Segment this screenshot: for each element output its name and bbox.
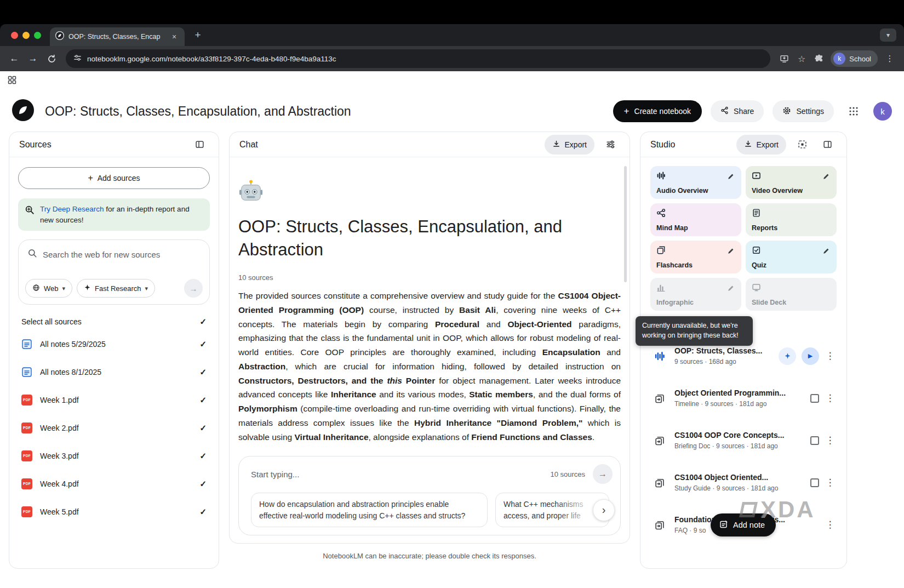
collapse-studio-panel-icon[interactable]	[818, 135, 837, 154]
reports-card[interactable]: Reports	[746, 203, 837, 236]
item-menu-kebab-icon[interactable]: ⋮	[825, 477, 836, 488]
studio-frame-icon[interactable]	[793, 135, 811, 154]
select-all-row[interactable]: Select all sources ✓	[18, 317, 210, 327]
new-tab-button[interactable]: +	[190, 27, 205, 43]
send-button[interactable]: →	[593, 464, 613, 484]
edit-pencil-icon[interactable]	[819, 169, 834, 184]
studio-item[interactable]: CS1004 OOP Core Concepts... Briefing Doc…	[650, 419, 837, 461]
collapse-sources-panel-icon[interactable]	[190, 135, 209, 154]
chat-scrollbar[interactable]	[624, 166, 627, 282]
source-checkbox[interactable]: ✓	[199, 507, 207, 517]
source-row[interactable]: All notes 8/1/2025 ✓	[18, 358, 210, 386]
chat-doc-title: OOP: Structs, Classes, Encapsulation, an…	[238, 215, 621, 261]
search-submit-button[interactable]: →	[184, 279, 203, 298]
studio-panel-title: Studio	[650, 140, 675, 150]
interactive-mode-icon[interactable]	[779, 347, 796, 365]
edit-pencil-icon[interactable]	[819, 243, 834, 259]
item-menu-kebab-icon[interactable]: ⋮	[825, 435, 836, 446]
chat-summary: The provided sources constitute a compre…	[238, 289, 621, 444]
create-notebook-button[interactable]: + Create notebook	[613, 100, 702, 122]
extensions-puzzle-icon[interactable]	[811, 50, 827, 67]
bookmark-star-icon[interactable]: ☆	[793, 50, 810, 67]
minimize-window-button[interactable]	[22, 32, 30, 39]
audio-overview-card[interactable]: Audio Overview	[650, 166, 741, 199]
edit-pencil-icon[interactable]	[723, 281, 739, 296]
share-icon	[720, 106, 729, 116]
item-checkbox[interactable]	[810, 478, 819, 487]
add-sources-button[interactable]: + Add sources	[18, 167, 210, 189]
item-menu-kebab-icon[interactable]: ⋮	[825, 519, 836, 530]
studio-item[interactable]: Object Oriented Programmin... Timeline ·…	[650, 377, 837, 419]
url-bar[interactable]: notebooklm.google.com/notebook/a33f8129-…	[66, 49, 770, 68]
item-checkbox[interactable]	[810, 394, 819, 403]
select-all-checkbox[interactable]: ✓	[199, 317, 207, 327]
reload-button[interactable]	[43, 50, 60, 67]
artifact-icon	[651, 477, 668, 488]
studio-item-meta: 9 sources · 168d ago	[674, 358, 772, 366]
item-menu-kebab-icon[interactable]: ⋮	[825, 392, 836, 404]
play-audio-button[interactable]: ▶	[802, 347, 819, 365]
tab-close-icon[interactable]: ×	[169, 32, 179, 42]
flashcards-card[interactable]: Flashcards	[650, 241, 741, 273]
item-checkbox[interactable]	[810, 436, 819, 445]
source-checkbox[interactable]: ✓	[199, 395, 207, 405]
suggestion-chip[interactable]: How do encapsulation and abstraction pri…	[251, 493, 488, 527]
xda-logo-mark	[739, 502, 758, 517]
item-menu-kebab-icon[interactable]: ⋮	[825, 350, 836, 362]
zoom-window-button[interactable]	[34, 32, 41, 39]
chat-settings-icon[interactable]	[601, 135, 620, 154]
source-checkbox[interactable]: ✓	[199, 367, 207, 377]
pdf-icon: PDF	[21, 450, 32, 461]
notebooks-grid-icon[interactable]	[8, 76, 16, 87]
edit-pencil-icon[interactable]	[723, 169, 739, 184]
deep-research-link[interactable]: Try Deep Research	[40, 205, 104, 213]
chat-input-card: 10 sources → How do encapsulation and ab…	[238, 456, 621, 535]
quiz-card[interactable]: Quiz	[746, 241, 837, 273]
chat-input[interactable]	[251, 470, 542, 479]
slide-deck-card[interactable]: Slide Deck	[746, 278, 837, 311]
forward-button[interactable]: →	[24, 50, 42, 67]
account-avatar[interactable]: k	[873, 102, 892, 121]
studio-export-button[interactable]: Export	[736, 135, 786, 155]
web-filter-dropdown[interactable]: Web ▾	[25, 279, 72, 298]
source-checkbox[interactable]: ✓	[199, 451, 207, 461]
install-app-icon[interactable]	[776, 50, 792, 67]
edit-pencil-icon[interactable]	[723, 243, 739, 259]
fast-research-dropdown[interactable]: Fast Research ▾	[77, 279, 155, 298]
google-apps-icon[interactable]	[843, 100, 865, 122]
settings-button[interactable]: Settings	[773, 100, 834, 122]
video-overview-card[interactable]: Video Overview	[746, 166, 837, 199]
studio-header: Studio Export	[640, 132, 846, 157]
source-row[interactable]: PDF Week 4.pdf ✓	[18, 470, 210, 498]
more-suggestions-button[interactable]: ›	[593, 499, 615, 521]
chat-export-button[interactable]: Export	[545, 135, 594, 155]
browser-menu-kebab-icon[interactable]: ⋮	[881, 50, 899, 67]
plus-icon: +	[88, 173, 93, 183]
infographic-card[interactable]: Infographic	[650, 278, 741, 311]
source-row[interactable]: PDF Week 2.pdf ✓	[18, 414, 210, 442]
mind-map-card[interactable]: Mind Map	[650, 203, 741, 236]
close-window-button[interactable]	[11, 32, 18, 39]
notebooklm-favicon	[55, 31, 64, 42]
share-button[interactable]: Share	[711, 100, 764, 122]
web-search-input[interactable]	[43, 250, 201, 259]
notebooklm-logo[interactable]	[12, 99, 34, 123]
source-row[interactable]: PDF Week 3.pdf ✓	[18, 442, 210, 470]
source-row[interactable]: All notes 5/29/2025 ✓	[18, 330, 210, 358]
url-text: notebooklm.google.com/notebook/a33f8129-…	[87, 55, 336, 63]
site-info-icon[interactable]	[73, 54, 82, 64]
browser-tab[interactable]: OOP: Structs, Classes, Encap ×	[50, 27, 185, 46]
source-row[interactable]: PDF Week 1.pdf ✓	[18, 386, 210, 414]
notebook-title[interactable]: OOP: Structs, Classes, Encapsulation, an…	[45, 104, 351, 119]
source-checkbox[interactable]: ✓	[199, 479, 207, 489]
suggestion-chip[interactable]: What C++ mechanisms access, and proper l…	[495, 493, 609, 527]
pdf-icon: PDF	[21, 478, 32, 489]
tab-search-button[interactable]: ▾	[880, 28, 896, 42]
source-checkbox[interactable]: ✓	[199, 339, 207, 349]
export-icon	[552, 140, 560, 150]
disclaimer-text: NotebookLM can be inaccurate; please dou…	[229, 552, 630, 560]
browser-profile-chip[interactable]: k School	[831, 50, 878, 67]
back-button[interactable]: ←	[5, 50, 23, 67]
source-checkbox[interactable]: ✓	[199, 423, 207, 433]
source-row[interactable]: PDF Week 5.pdf ✓	[18, 498, 210, 526]
